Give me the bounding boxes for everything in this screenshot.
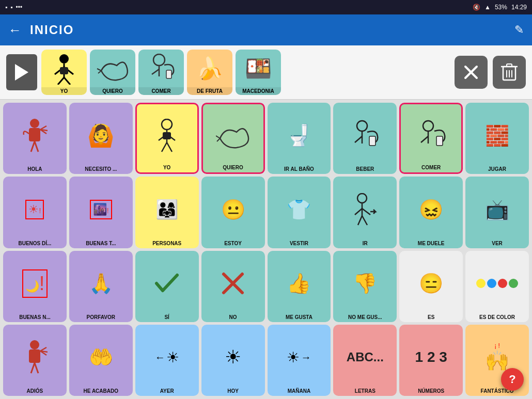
svg-line-39 (355, 136, 362, 142)
quiero-image (205, 107, 261, 164)
porfavor-label: PORFAVOR (87, 313, 115, 320)
grid-card-comer[interactable]: COMER (399, 103, 463, 174)
svg-line-11 (152, 69, 159, 74)
numeros-image: 1 2 3 (401, 328, 461, 387)
svg-line-48 (362, 209, 370, 215)
grid-card-manana[interactable]: ☀ → MAÑANA (268, 325, 331, 396)
grid-card-ir[interactable]: IR (333, 177, 397, 248)
ir-label: IR (363, 240, 368, 246)
grid-card-hola[interactable]: HOLA (3, 103, 67, 174)
svg-point-9 (153, 54, 165, 66)
beber-label: BEBER (356, 165, 374, 172)
sentence-card-comer[interactable]: COMER (138, 50, 184, 95)
buenosdias-image: ☀! (5, 180, 65, 239)
grid-card-quiero[interactable]: QUIERO (201, 103, 265, 174)
sentence-card-macedonia-image: 🍱 (236, 50, 281, 87)
status-bar: ▪ ▪ ••• 🔇 ▲ 53% 14:29 (0, 0, 532, 14)
grid-card-hoy[interactable]: ☀ HOY (201, 325, 265, 396)
yo-image (139, 107, 195, 164)
jugar-image: 🧱 (467, 106, 527, 165)
letras-image: ABC... (335, 328, 395, 387)
grid-card-porfavor[interactable]: 🙏 PORFAVOR (69, 251, 133, 322)
grid-card-beber[interactable]: BEBER (333, 103, 397, 174)
grid-card-vestir[interactable]: 👕 VESTIR (268, 177, 331, 248)
sentence-card-macedonia[interactable]: 🍱 MACEDONIA (236, 50, 281, 95)
svg-point-37 (357, 121, 367, 131)
grid-card-estoy[interactable]: 😐 ESTOY (201, 177, 265, 248)
grid-card-jugar[interactable]: 🧱 JUGAR (465, 103, 529, 174)
svg-line-25 (40, 126, 46, 130)
grid-card-ver[interactable]: 📺 VER (465, 177, 529, 248)
svg-rect-17 (507, 64, 512, 67)
sentence-card-quiero-label: QUIERO (90, 87, 135, 95)
grid-card-heacabado[interactable]: 🤲 HE ACABADO (69, 325, 133, 396)
svg-line-33 (167, 142, 172, 152)
grid-card-no[interactable]: NO (201, 251, 265, 322)
grid-card-megusta[interactable]: 👍 ME GUSTA (268, 251, 331, 322)
mute-icon: 🔇 (473, 4, 480, 11)
ayer-image: ← ☀ (137, 328, 197, 387)
necesito-label: NECESITO ... (85, 165, 117, 172)
megusta-label: ME GUSTA (286, 313, 312, 320)
header-left: ← INICIO (8, 22, 74, 38)
play-icon (15, 64, 28, 81)
personas-image: 👨‍👩‍👧 (137, 180, 197, 239)
si-image (137, 254, 197, 313)
grid-card-si[interactable]: SÍ (135, 251, 199, 322)
svg-line-4 (58, 77, 64, 85)
grid-card-nomegusta[interactable]: 👎 NO ME GUS... (333, 251, 397, 322)
help-fab[interactable]: ? (501, 368, 524, 391)
app-icon-1: ▪ (5, 4, 7, 11)
grid-card-necesito[interactable]: 🙆 NECESITO ... (69, 103, 133, 174)
grid-card-personas[interactable]: 👨‍👩‍👧 PERSONAS (135, 177, 199, 248)
nomegusta-label: NO ME GUS... (348, 313, 382, 320)
buenasn-label: BUENAS N... (19, 313, 51, 320)
buenosdias-label: BUENOS DÍ... (18, 240, 51, 246)
megusta-image: 👍 (270, 254, 329, 313)
ver-label: VER (492, 240, 503, 246)
personas-label: PERSONAS (152, 240, 181, 246)
sentence-card-quiero[interactable]: QUIERO (90, 50, 135, 95)
grid-card-ayer[interactable]: ← ☀ AYER (135, 325, 199, 396)
grid-card-meduele[interactable]: 😖 ME DUELE (399, 177, 463, 248)
grid-card-esdecolor[interactable]: ES DE COLOR (465, 251, 529, 322)
adios-image (5, 328, 65, 387)
ir-image (335, 180, 395, 239)
play-button[interactable] (6, 54, 37, 90)
estoy-image: 😐 (204, 180, 263, 239)
svg-line-7 (97, 69, 101, 71)
grid-card-buenasnoches-t[interactable]: 🌆! BUENAS T... (69, 177, 133, 248)
grid-card-buenosdias[interactable]: ☀! BUENOS DÍ... (3, 177, 67, 248)
svg-line-55 (31, 363, 35, 373)
time-text: 14:29 (511, 4, 527, 11)
delete-button[interactable] (493, 56, 526, 89)
svg-line-56 (35, 363, 38, 373)
si-label: SÍ (164, 313, 169, 320)
heacabado-image: 🤲 (71, 328, 131, 387)
grid-card-yo[interactable]: YO (135, 103, 199, 174)
grid-card-adios[interactable]: ADIÓS (3, 325, 67, 396)
svg-line-35 (216, 136, 220, 138)
edit-button[interactable]: ✎ (514, 23, 524, 37)
porfavor-image: 🙏 (71, 254, 131, 313)
sentence-card-yo[interactable]: YO (41, 50, 87, 95)
grid-card-buenasnoches[interactable]: 🌙! BUENAS N... (3, 251, 67, 322)
grid-card-es[interactable]: 😑 ES (399, 251, 463, 322)
sentence-card-defruta[interactable]: 🍌 DE FRUTA (187, 50, 232, 95)
battery-text: 53% (495, 4, 507, 11)
svg-line-32 (162, 142, 167, 152)
clear-button[interactable] (455, 56, 488, 89)
grid-card-numeros[interactable]: 1 2 3 NÚMEROS (399, 325, 463, 396)
sentence-card-defruta-label: DE FRUTA (187, 87, 232, 95)
necesito-image: 🙆 (71, 106, 131, 165)
grid-card-iralbaño[interactable]: 🚽 IR AL BAÑO (268, 103, 331, 174)
svg-rect-12 (166, 70, 171, 78)
grid-card-letras[interactable]: ABC... LETRAS (333, 325, 397, 396)
vestir-image: 👕 (270, 180, 329, 239)
iralbaño-label: IR AL BAÑO (284, 165, 314, 172)
svg-rect-6 (60, 67, 68, 74)
no-label: NO (229, 313, 237, 320)
back-button[interactable]: ← (8, 22, 22, 38)
svg-line-23 (31, 141, 35, 152)
numeros-label: NÚMEROS (418, 387, 444, 394)
